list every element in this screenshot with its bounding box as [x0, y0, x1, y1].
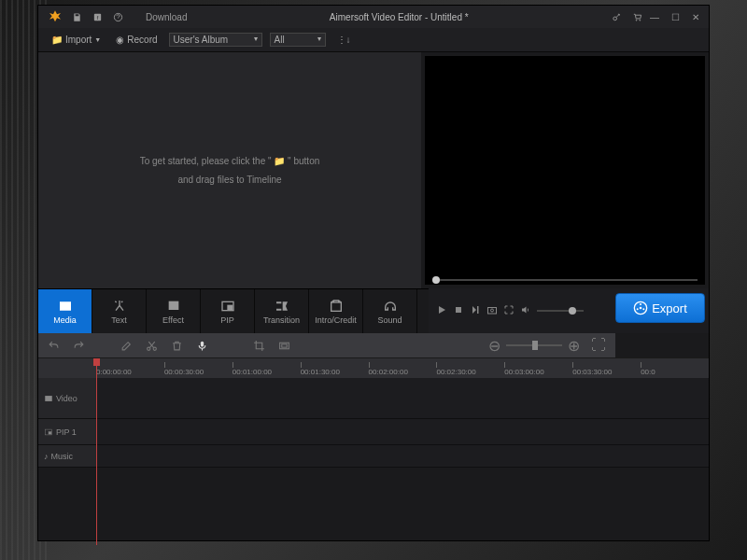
ruler-mark: 00:02:30:00: [436, 358, 504, 378]
zoom-in-button[interactable]: ⊕: [568, 337, 580, 355]
ruler-mark: 00:01:30:00: [301, 358, 369, 378]
resource-tabs: Media Text Effect PIP Transition Intro/C…: [38, 288, 429, 333]
save-icon[interactable]: [67, 8, 86, 25]
cut-button[interactable]: [146, 340, 158, 352]
track-head-music[interactable]: ♪Music: [38, 445, 96, 467]
cart-icon[interactable]: [627, 8, 646, 25]
track-head-pip[interactable]: PIP 1: [38, 419, 96, 444]
track-body-music[interactable]: [96, 445, 709, 467]
download-label: Download: [146, 12, 187, 22]
hint-line-1: To get started, please click the " 📁 " b…: [140, 152, 320, 171]
track-head-video[interactable]: Video: [38, 378, 96, 418]
snapshot-button[interactable]: [486, 304, 498, 317]
undo-button[interactable]: [48, 340, 60, 352]
export-button[interactable]: Export: [615, 293, 705, 323]
svg-point-18: [637, 308, 639, 310]
filter-select[interactable]: All: [270, 33, 326, 47]
svg-rect-7: [168, 301, 178, 301]
timeline-tools: ⊖ ⊕ ⛶: [38, 333, 615, 357]
media-library[interactable]: To get started, please click the " 📁 " b…: [38, 52, 421, 288]
preview-scrubber[interactable]: [432, 279, 698, 281]
track-body-video[interactable]: [96, 378, 709, 418]
track-music: ♪Music: [38, 445, 709, 468]
ruler-mark: 00:03:00:00: [504, 358, 572, 378]
timeline-ruler[interactable]: 0:00:00:00 00:00:30:00 00:01:00:00 00:01…: [38, 357, 709, 378]
tab-sound[interactable]: Sound: [363, 289, 417, 333]
tab-intro[interactable]: Intro/Credit: [309, 289, 363, 333]
tab-transition[interactable]: Transition: [255, 289, 309, 333]
voiceover-button[interactable]: [196, 340, 208, 352]
tab-effect[interactable]: Effect: [147, 289, 201, 333]
volume-slider[interactable]: [537, 310, 584, 312]
preview-panel: [425, 56, 705, 285]
fullscreen-button[interactable]: [503, 304, 514, 317]
app-logo: [44, 6, 66, 28]
maximize-button[interactable]: ☐: [668, 12, 683, 22]
svg-rect-12: [488, 308, 497, 315]
app-window: f Download Aimersoft Video Editor - Unti…: [37, 5, 710, 541]
preview-viewport[interactable]: [425, 56, 705, 285]
minimize-button[interactable]: —: [647, 12, 662, 22]
key-icon[interactable]: [607, 8, 626, 25]
ruler-mark: 00:0: [641, 358, 709, 378]
svg-point-4: [636, 20, 637, 21]
zoom-fit-button[interactable]: ⛶: [591, 337, 606, 354]
ruler-mark: 00:00:30:00: [164, 358, 233, 378]
svg-rect-26: [49, 431, 51, 434]
aspect-button[interactable]: [278, 340, 290, 352]
facebook-icon[interactable]: f: [88, 8, 106, 25]
svg-point-13: [491, 309, 494, 312]
download-button[interactable]: Download: [129, 8, 190, 25]
timeline-tracks: Video PIP 1 ♪Music: [38, 378, 709, 540]
tab-media[interactable]: Media: [38, 289, 92, 333]
track-pip: PIP 1: [38, 419, 709, 445]
window-title: Aimersoft Video Editor - Untitled *: [191, 12, 606, 22]
svg-point-5: [639, 20, 640, 21]
svg-point-15: [640, 307, 642, 310]
svg-rect-22: [280, 343, 289, 349]
ruler-mark: 00:03:30:00: [572, 358, 641, 378]
svg-rect-6: [168, 302, 178, 310]
tab-pip[interactable]: PIP: [201, 289, 255, 333]
redo-button[interactable]: [73, 340, 85, 352]
ruler-mark: 0:00:00:00: [96, 358, 164, 378]
titlebar: f Download Aimersoft Video Editor - Unti…: [38, 6, 709, 28]
help-icon[interactable]: [108, 8, 127, 25]
ruler-mark: 00:01:00:00: [233, 358, 301, 378]
import-button[interactable]: 📁 Import ▼: [48, 33, 105, 47]
svg-rect-10: [331, 302, 341, 311]
svg-point-16: [640, 303, 641, 305]
zoom-out-button[interactable]: ⊖: [488, 337, 500, 355]
ruler-mark: 00:02:00:00: [369, 358, 437, 378]
music-icon: ♪: [44, 452, 49, 461]
album-select[interactable]: User's Album: [169, 33, 262, 47]
tab-text[interactable]: Text: [92, 289, 147, 333]
zoom-slider[interactable]: [506, 344, 562, 346]
play-button[interactable]: [436, 304, 447, 317]
delete-button[interactable]: [171, 340, 183, 352]
svg-rect-23: [282, 343, 287, 346]
step-button[interactable]: [470, 304, 481, 317]
svg-point-17: [643, 308, 645, 310]
svg-rect-9: [228, 305, 233, 309]
svg-rect-11: [456, 307, 461, 313]
record-button[interactable]: ◉ Record: [112, 33, 161, 47]
hint-line-2: and drag files to Timeline: [140, 171, 320, 189]
track-video: Video: [38, 378, 709, 419]
volume-icon[interactable]: [520, 304, 531, 317]
media-toolbar: 📁 Import ▼ ◉ Record User's Album All ⋮↓: [38, 28, 709, 52]
edit-button[interactable]: [120, 340, 133, 352]
svg-rect-24: [45, 396, 52, 401]
sort-button[interactable]: ⋮↓: [333, 33, 355, 47]
crop-button[interactable]: [253, 340, 265, 352]
stop-button[interactable]: [453, 304, 464, 317]
close-button[interactable]: ✕: [688, 12, 703, 22]
playhead[interactable]: [96, 358, 97, 545]
track-body-pip[interactable]: [96, 419, 709, 444]
svg-point-3: [613, 17, 616, 21]
svg-rect-21: [201, 341, 204, 346]
